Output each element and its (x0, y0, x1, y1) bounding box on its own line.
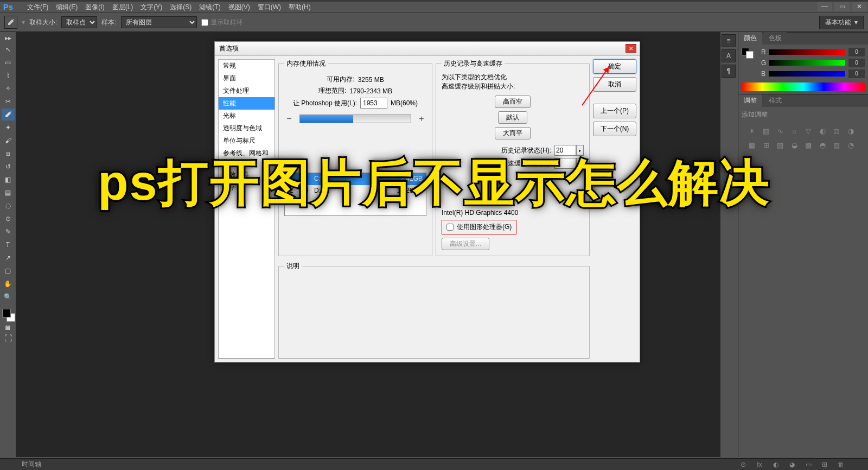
cat-performance[interactable]: 性能 (219, 97, 275, 110)
next-button[interactable]: 下一个(N) (593, 122, 636, 136)
cat-plugins[interactable]: 增效工具 (219, 169, 275, 181)
adj-vibrance-icon[interactable]: ▽ (803, 126, 813, 136)
menu-edit[interactable]: 编辑(E) (56, 3, 78, 12)
workspace-switcher[interactable]: 基本功能▾ (819, 16, 864, 29)
history-spinner[interactable]: ▸ (576, 145, 584, 156)
zoom-tool[interactable]: 🔍 (2, 291, 15, 303)
wand-tool[interactable]: ✧ (2, 82, 15, 94)
lasso-tool[interactable]: ⌇ (2, 69, 15, 81)
adj-brightness-icon[interactable]: ☀ (747, 126, 757, 136)
slider-minus[interactable]: − (284, 114, 294, 124)
cache-spinner[interactable]: ▸ (576, 158, 584, 169)
menu-file[interactable]: 文件(F) (27, 3, 48, 12)
menu-layer[interactable]: 图层(L) (112, 3, 133, 12)
adj-levels-icon[interactable]: ▥ (761, 126, 771, 136)
gradient-tool[interactable]: ▤ (2, 187, 15, 199)
status-icon-3[interactable]: ◐ (770, 461, 781, 468)
cat-type[interactable]: 文字 (219, 181, 275, 194)
adj-poster-icon[interactable]: ▩ (803, 140, 813, 150)
strip-char-icon[interactable]: A (722, 49, 736, 62)
adj-threshold-icon[interactable]: ◓ (818, 140, 827, 150)
blur-tool[interactable]: ◌ (2, 200, 15, 212)
adj-lookup-icon[interactable]: ▧ (775, 140, 785, 150)
adj-exposure-icon[interactable]: ☼ (789, 126, 799, 136)
timeline-label[interactable]: 时间轴 (22, 460, 41, 469)
marquee-tool[interactable]: ▭ (2, 56, 15, 68)
r-slider[interactable] (769, 49, 845, 55)
menu-window[interactable]: 窗口(W) (258, 3, 281, 12)
b-value[interactable]: 0 (848, 69, 865, 78)
status-icon-1[interactable]: ⊙ (738, 461, 749, 468)
toolbox-toggle-icon[interactable]: ▸▸ (4, 35, 12, 41)
hand-tool[interactable]: ✋ (2, 278, 15, 290)
cat-guides[interactable]: 参考线、网格和切片 (219, 147, 275, 169)
panel-swatch[interactable] (742, 48, 755, 59)
status-icon-7[interactable]: 🗑 (835, 461, 846, 468)
tab-styles[interactable]: 样式 (763, 94, 787, 107)
status-icon-5[interactable]: ▭ (803, 461, 814, 468)
minimize-button[interactable]: — (817, 2, 832, 11)
history-brush-tool[interactable]: ↺ (2, 161, 15, 173)
disk-d-check[interactable] (301, 187, 308, 194)
btn-big-flat[interactable]: 大而平 (495, 127, 531, 139)
shape-tool[interactable]: ▢ (2, 265, 15, 277)
path-tool[interactable]: ↗ (2, 252, 15, 264)
btn-tall-narrow[interactable]: 高而窄 (495, 96, 531, 108)
cat-units[interactable]: 单位与标尺 (219, 135, 275, 147)
adj-hue-icon[interactable]: ◐ (818, 126, 827, 136)
cat-interface[interactable]: 界面 (219, 72, 275, 85)
tab-swatches[interactable]: 色板 (763, 31, 787, 45)
stamp-tool[interactable]: ⧈ (2, 148, 15, 160)
show-sampling-ring[interactable]: 显示取样环 (201, 18, 243, 27)
adj-selective-icon[interactable]: ◔ (846, 140, 856, 150)
adj-balance-icon[interactable]: ⚖ (832, 126, 841, 136)
cat-general[interactable]: 常规 (219, 60, 275, 72)
eyedropper-tool[interactable] (2, 109, 15, 120)
use-gpu-checkbox[interactable] (446, 224, 454, 231)
cat-transparency[interactable]: 透明度与色域 (219, 122, 275, 135)
history-states-input[interactable] (554, 145, 576, 156)
b-slider[interactable] (769, 71, 845, 77)
sample-size-select[interactable]: 取样点 (61, 16, 97, 28)
menu-select[interactable]: 选择(S) (170, 3, 192, 12)
strip-para-icon[interactable]: ¶ (722, 65, 736, 78)
adj-photo-icon[interactable]: ▦ (747, 140, 757, 150)
maximize-button[interactable]: ▭ (834, 2, 850, 11)
adj-invert-icon[interactable]: ◒ (789, 140, 799, 150)
memory-slider[interactable] (299, 115, 411, 123)
cat-cursors[interactable]: 光标 (219, 110, 275, 122)
disk-c-check[interactable] (301, 175, 308, 182)
color-swatches[interactable] (1, 308, 15, 322)
tab-color[interactable]: 颜色 (738, 31, 762, 45)
crop-tool[interactable]: ✂ (2, 96, 15, 107)
memory-input[interactable] (360, 98, 387, 109)
menu-filter[interactable]: 滤镜(T) (199, 3, 220, 12)
healing-tool[interactable]: ✦ (2, 122, 15, 134)
menu-help[interactable]: 帮助(H) (289, 3, 311, 12)
screenmode-icon[interactable]: ⛶ (2, 333, 15, 343)
prev-button[interactable]: 上一个(P) (593, 104, 636, 118)
adj-curves-icon[interactable]: ∿ (775, 126, 785, 136)
slider-plus[interactable]: + (417, 114, 426, 124)
tab-adjust[interactable]: 调整 (738, 94, 762, 107)
adj-mixer-icon[interactable]: ⊞ (761, 140, 771, 150)
close-button[interactable]: ✕ (852, 2, 867, 11)
pen-tool[interactable]: ✎ (2, 226, 15, 238)
table-row[interactable]: 1 C:\ 2.42GB (285, 173, 426, 185)
dodge-tool[interactable]: ⊙ (2, 213, 15, 225)
cache-levels-input[interactable] (554, 158, 576, 169)
dialog-titlebar[interactable]: 首选项 ✕ (215, 42, 640, 56)
menu-image[interactable]: 图像(I) (85, 3, 104, 12)
dialog-close-button[interactable]: ✕ (626, 44, 636, 53)
r-value[interactable]: 0 (848, 48, 865, 56)
cat-filehandling[interactable]: 文件处理 (219, 85, 275, 97)
status-icon-4[interactable]: ◕ (787, 461, 797, 468)
g-slider[interactable] (769, 60, 845, 66)
menu-type[interactable]: 文字(Y) (141, 3, 162, 12)
ok-button[interactable]: 确定 (593, 59, 636, 74)
eraser-tool[interactable]: ◧ (2, 174, 15, 186)
type-tool[interactable]: T (2, 239, 15, 251)
adj-bw-icon[interactable]: ◑ (846, 126, 856, 136)
menu-view[interactable]: 视图(V) (228, 3, 250, 12)
adj-gradient-icon[interactable]: ▨ (832, 140, 841, 150)
